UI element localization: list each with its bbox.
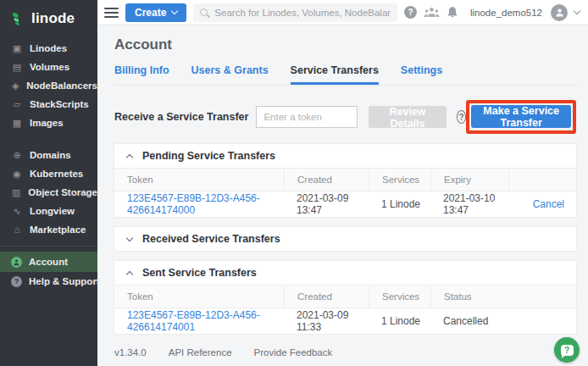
search-icon (200, 8, 208, 16)
sidebar-item-stackscripts[interactable]: ▱ StackScripts (0, 95, 97, 114)
create-button[interactable]: Create (125, 3, 186, 22)
status-cell: Cancelled (430, 315, 576, 327)
api-reference-link[interactable]: API Reference (169, 347, 232, 358)
sidebar-item-account[interactable]: Account (0, 252, 97, 272)
make-service-transfer-button[interactable]: Make a Service Transfer (471, 105, 571, 128)
chevron-down-icon (171, 8, 178, 14)
created-cell: 2021-03-09 11:33 (284, 309, 369, 333)
account-page: Account Billing Info Users & Grants Serv… (97, 25, 588, 366)
receive-transfer-row: Receive a Service Transfer Review Detail… (114, 100, 576, 134)
sidebar-item-images[interactable]: ▦ Images (0, 114, 97, 132)
column-token: Token (114, 169, 284, 191)
linode-logo[interactable]: linode (0, 0, 97, 39)
sidebar-item-volumes[interactable]: ▤ Volumes (0, 58, 97, 76)
hamburger-menu-icon[interactable] (104, 8, 119, 18)
column-created: Created (284, 286, 369, 308)
tab-service-transfers[interactable]: Service Transfers (291, 64, 379, 85)
global-search[interactable] (193, 3, 397, 22)
services-cell: 1 Linode (369, 198, 430, 210)
sent-transfers-panel: Sent Service Transfers Token Created Ser… (114, 261, 576, 334)
linode-logo-icon (11, 11, 26, 26)
search-input[interactable] (214, 8, 391, 18)
longview-icon: ∿ (11, 207, 23, 216)
receive-transfer-label: Receive a Service Transfer (114, 111, 248, 123)
kubernetes-icon: ◉ (11, 169, 23, 179)
sidebar-nav-bottom: Account ? Help & Support (0, 252, 97, 291)
page-title: Account (114, 36, 576, 53)
stackscripts-icon: ▱ (11, 100, 23, 109)
sidebar-nav-primary: ▣ Linodes ▤ Volumes ◈ NodeBalancers ▱ St… (0, 39, 97, 132)
transfer-token-link[interactable]: 123E4567-E89B-12D3-A456-426614174000 (127, 192, 260, 216)
account-icon (11, 257, 22, 268)
notifications-bell-icon[interactable] (447, 6, 458, 19)
marketplace-icon: ⌂ (11, 225, 23, 235)
topbar: Create ? linode_demo512 (97, 0, 588, 25)
sidebar: linode ▣ Linodes ▤ Volumes ◈ NodeBalance… (0, 0, 97, 366)
linodes-icon: ▣ (11, 44, 23, 53)
collapse-chevron-icon (126, 153, 133, 160)
pending-table-header: Token Created Services Expiry (114, 168, 576, 191)
sidebar-item-marketplace[interactable]: ⌂ Marketplace (0, 220, 97, 239)
sidebar-item-longview[interactable]: ∿ Longview (0, 202, 97, 220)
username-label[interactable]: linode_demo512 (470, 8, 542, 18)
sidebar-item-linodes[interactable]: ▣ Linodes (0, 39, 97, 58)
tab-billing-info[interactable]: Billing Info (114, 64, 169, 85)
sidebar-item-object-storage[interactable]: ▥ Object Storage (0, 183, 97, 202)
received-transfers-panel: Received Service Transfers (114, 227, 576, 251)
tab-settings[interactable]: Settings (401, 64, 442, 85)
avatar[interactable] (551, 4, 568, 21)
transfer-token-link[interactable]: 123E4567-E89B-12D3-A456-426614174001 (127, 309, 260, 333)
linode-cloud-manager: linode ▣ Linodes ▤ Volumes ◈ NodeBalance… (0, 0, 588, 366)
sidebar-nav-secondary: ⊕ Domains ◉ Kubernetes ▥ Object Storage … (0, 146, 97, 239)
pending-transfers-panel: Pending Service Transfers Token Created … (114, 144, 576, 217)
sidebar-spacer (0, 132, 97, 146)
sidebar-item-kubernetes[interactable]: ◉ Kubernetes (0, 164, 97, 183)
object-storage-icon: ▥ (11, 188, 21, 197)
sidebar-item-nodebalancers[interactable]: ◈ NodeBalancers (0, 76, 97, 95)
user-menu-chevron-icon[interactable] (574, 8, 580, 14)
column-services: Services (369, 286, 430, 308)
sidebar-item-domains[interactable]: ⊕ Domains (0, 146, 97, 164)
cancel-transfer-link[interactable]: Cancel (533, 198, 564, 210)
expiry-cell: 2021-03-10 13:47 (430, 192, 508, 216)
account-tabs: Billing Info Users & Grants Service Tran… (114, 64, 576, 86)
column-token: Token (114, 286, 284, 308)
provide-feedback-link[interactable]: Provide Feedback (254, 347, 333, 358)
table-row: 123E4567-E89B-12D3-A456-426614174000 202… (114, 191, 576, 217)
footer: v1.34.0 API Reference Provide Feedback (114, 347, 576, 358)
domains-icon: ⊕ (11, 151, 23, 160)
linode-logo-text: linode (31, 10, 75, 27)
column-status: Status (430, 286, 576, 308)
chat-bubble-icon: ? (561, 345, 574, 356)
review-details-button[interactable]: Review Details (369, 106, 446, 128)
received-transfers-header[interactable]: Received Service Transfers (114, 227, 576, 251)
sent-transfers-header[interactable]: Sent Service Transfers (114, 261, 576, 285)
expand-chevron-icon (126, 234, 133, 241)
column-expiry: Expiry (430, 169, 508, 191)
sidebar-item-help-support[interactable]: ? Help & Support (0, 272, 97, 291)
help-icon[interactable]: ? (404, 6, 417, 19)
sent-table-header: Token Created Services Status (114, 285, 576, 308)
community-icon[interactable] (424, 7, 440, 18)
nodebalancers-icon: ◈ (11, 81, 19, 91)
pending-transfers-header[interactable]: Pending Service Transfers (114, 144, 576, 168)
column-actions (508, 169, 576, 191)
token-input[interactable] (256, 106, 358, 128)
collapse-chevron-icon (126, 270, 133, 277)
version-label: v1.34.0 (114, 347, 147, 358)
images-icon: ▦ (11, 119, 23, 128)
created-cell: 2021-03-09 13:47 (284, 192, 369, 216)
help-circle-icon: ? (11, 276, 22, 287)
token-help-icon[interactable]: ? (457, 110, 467, 124)
column-created: Created (284, 169, 369, 191)
annotation-highlight: Make a Service Transfer (466, 100, 576, 134)
volumes-icon: ▤ (11, 63, 23, 72)
sidebar-divider (0, 246, 97, 247)
main-area: Create ? linode_demo512 Account (97, 0, 588, 366)
support-chat-button[interactable]: ? (554, 337, 580, 363)
tab-users-grants[interactable]: Users & Grants (191, 64, 269, 85)
services-cell: 1 Linode (369, 315, 430, 327)
table-row: 123E4567-E89B-12D3-A456-426614174001 202… (114, 308, 576, 334)
column-services: Services (369, 169, 430, 191)
